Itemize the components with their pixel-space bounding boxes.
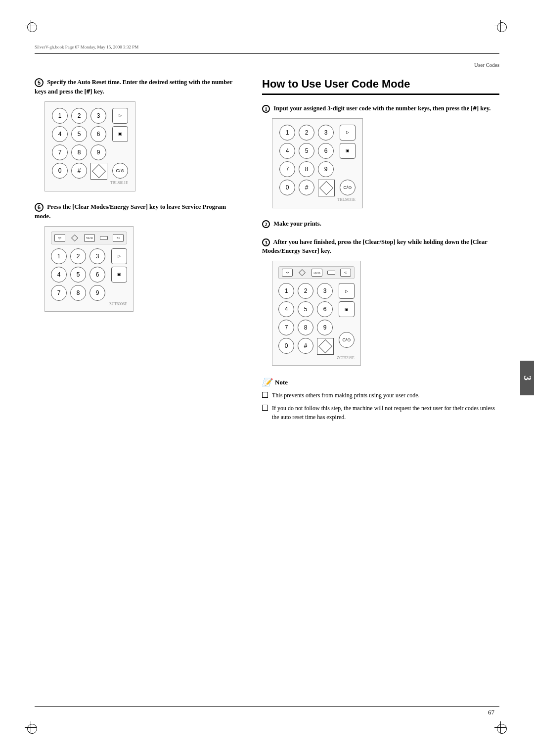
num-grid-step1: 1 2 3 4 5 6 7 8 9 0 # bbox=[279, 125, 335, 196]
top-indicator bbox=[100, 236, 108, 240]
key-6c: 6 bbox=[318, 143, 334, 159]
key-5: 5 bbox=[71, 126, 87, 142]
key-8d: 8 bbox=[298, 320, 313, 335]
side-keys-step5: ▷ ▣ C/⊙ bbox=[112, 108, 128, 180]
key-6d: 6 bbox=[317, 301, 333, 317]
key-4d: 4 bbox=[278, 301, 294, 317]
step-2-text: 2 Make your prints. bbox=[262, 219, 499, 229]
top-rule bbox=[35, 53, 499, 54]
note-checkbox-2 bbox=[262, 405, 268, 411]
step-5-text: 5 Specify the Auto Reset time. Enter the… bbox=[35, 78, 242, 96]
keypad-code-step1: TBLS031E bbox=[279, 197, 356, 202]
bottom-rule bbox=[35, 706, 499, 707]
key-8c: 8 bbox=[299, 161, 314, 177]
step-3-label: After you have finished, press the [Clea… bbox=[262, 238, 487, 255]
key-5d: 5 bbox=[298, 301, 313, 317]
step-3: 3 After you have finished, press the [Cl… bbox=[262, 237, 499, 368]
side-key-mid-b: ▣ bbox=[111, 267, 127, 283]
key-9c: 9 bbox=[318, 161, 334, 177]
side-keys-step1: ▷ ▣ C/⊙ bbox=[340, 125, 356, 196]
page: 3 SilverV-gh.book Page 67 Monday, May 15… bbox=[0, 0, 534, 756]
side-key-clear-d: C/⊙ bbox=[339, 332, 355, 348]
keypad-top-row-3: •|• •⊙/⊙ •□ bbox=[278, 266, 355, 279]
step-5-label: Specify the Auto Reset time. Enter the d… bbox=[35, 79, 232, 95]
key-7b: 7 bbox=[51, 285, 67, 301]
tab-number: 3 bbox=[522, 376, 533, 380]
key-4b: 4 bbox=[51, 267, 67, 283]
side-key-top-d: ▷ bbox=[339, 283, 355, 299]
key-8b: 8 bbox=[70, 285, 86, 301]
side-key-mid-c: ▣ bbox=[340, 143, 356, 159]
page-number: 67 bbox=[488, 709, 494, 716]
key-3c: 3 bbox=[318, 125, 334, 141]
num-grid-step3: 1 2 3 4 5 6 7 8 9 0 # bbox=[278, 283, 334, 355]
key-1c: 1 bbox=[279, 125, 295, 141]
top-diamond-icon bbox=[70, 234, 79, 242]
corner-mark-bl bbox=[25, 721, 40, 736]
key-2c: 2 bbox=[299, 125, 314, 141]
num-grid-step5: 1 2 3 4 5 6 7 8 9 0 # bbox=[52, 108, 107, 180]
top-btn-3a: •|• bbox=[282, 269, 293, 277]
key-0d: 0 bbox=[278, 338, 294, 354]
side-key-top: ▷ bbox=[112, 108, 128, 124]
side-key-space bbox=[112, 144, 128, 160]
step-6: 6 Press the [Clear Modes/Energy Saver] k… bbox=[35, 202, 242, 314]
key-4c: 4 bbox=[279, 143, 295, 159]
side-keys-step3: ▷ ▣ C/⊙ bbox=[339, 283, 355, 355]
side-key-space-c bbox=[340, 161, 356, 177]
step-1-text: 1 Input your assigned 3-digit user code … bbox=[262, 104, 499, 113]
top-btn-1: •|• bbox=[54, 234, 65, 242]
note-item-2: If you do not follow this step, the mach… bbox=[262, 404, 499, 422]
keypad-step5: 1 2 3 4 5 6 7 8 9 0 # bbox=[44, 101, 135, 191]
keypad-top-row: •|• •⊙/⊙ •□ bbox=[51, 232, 127, 244]
top-indicator-3 bbox=[327, 271, 335, 275]
key-9: 9 bbox=[90, 144, 106, 160]
key-1d: 1 bbox=[278, 283, 294, 299]
page-header: User Codes bbox=[35, 62, 499, 68]
step-1-label: Input your assigned 3-digit user code wi… bbox=[273, 105, 490, 112]
key-6b: 6 bbox=[89, 267, 105, 283]
note-checkbox-1 bbox=[262, 392, 268, 398]
corner-mark-br bbox=[494, 721, 509, 736]
key-9b: 9 bbox=[89, 285, 105, 301]
step-2-label: Make your prints. bbox=[273, 220, 321, 227]
side-keys-step6: ▷ ▣ bbox=[111, 248, 127, 301]
key-8: 8 bbox=[71, 144, 87, 160]
key-hash-c: # bbox=[299, 180, 314, 195]
key-diamond bbox=[90, 163, 107, 180]
note-item-1: This prevents others from making prints … bbox=[262, 391, 499, 400]
keypad-code-step5: TBLS011E bbox=[52, 181, 128, 185]
key-3b: 3 bbox=[89, 248, 105, 264]
side-key-space-d bbox=[339, 320, 355, 330]
step-5: 5 Specify the Auto Reset time. Enter the… bbox=[35, 78, 242, 193]
key-diamond-c bbox=[318, 180, 335, 196]
key-5c: 5 bbox=[299, 143, 314, 159]
note-icon: 📝 bbox=[262, 378, 272, 387]
keypad-code-step3: ZCT5219E bbox=[278, 356, 355, 360]
note-section: 📝 Note This prevents others from making … bbox=[262, 378, 499, 422]
section-heading: How to Use User Code Mode bbox=[262, 78, 499, 95]
step-3-number: 3 bbox=[262, 238, 270, 246]
page-header-text: User Codes bbox=[474, 62, 499, 68]
side-key-mid: ▣ bbox=[112, 126, 128, 142]
side-key-clear: C/⊙ bbox=[112, 163, 128, 179]
key-5b: 5 bbox=[70, 267, 86, 283]
key-2d: 2 bbox=[298, 283, 313, 299]
two-column-layout: 5 Specify the Auto Reset time. Enter the… bbox=[35, 78, 499, 425]
step-5-number: 5 bbox=[35, 78, 44, 87]
note-header: 📝 Note bbox=[262, 378, 499, 387]
keypad-code-step6: ZCT6006E bbox=[51, 302, 127, 306]
step-1: 1 Input your assigned 3-digit user code … bbox=[262, 104, 499, 210]
right-column: How to Use User Code Mode 1 Input your a… bbox=[262, 78, 499, 425]
top-btn-3: •□ bbox=[113, 234, 124, 242]
keypad-step6: •|• •⊙/⊙ •□ 1 2 3 bbox=[44, 226, 134, 312]
key-1: 1 bbox=[52, 108, 68, 124]
step-6-number: 6 bbox=[35, 203, 44, 212]
key-4: 4 bbox=[52, 126, 68, 142]
side-key-clear-c: C/⊙ bbox=[340, 180, 356, 195]
key-3d: 3 bbox=[317, 283, 333, 299]
key-3: 3 bbox=[90, 108, 106, 124]
key-0: 0 bbox=[52, 163, 68, 179]
top-diamond-icon-3 bbox=[298, 269, 307, 277]
step-6-label: Press the [Clear Modes/Energy Saver] key… bbox=[35, 203, 226, 220]
